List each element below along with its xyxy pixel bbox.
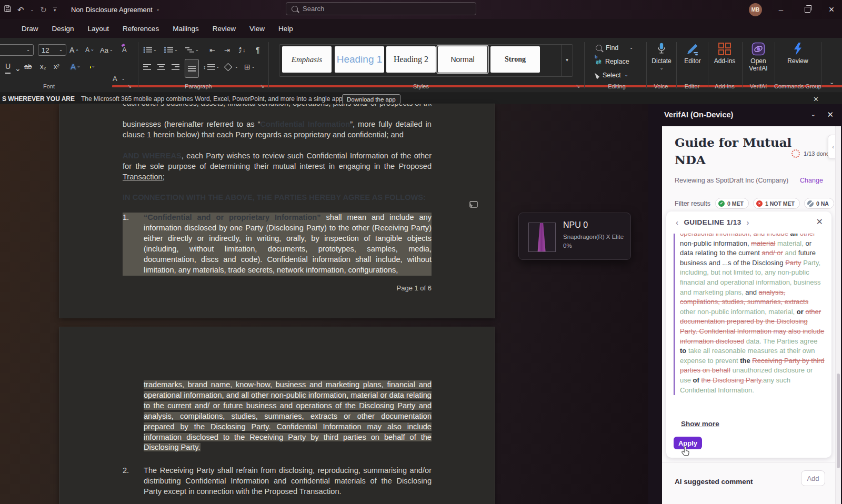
undo-dropdown-icon[interactable]: ⌄	[31, 7, 34, 12]
line-spacing-button[interactable]: ↕⌄	[203, 61, 219, 73]
verifai-group-label: VerifAI	[750, 83, 767, 89]
justify-icon	[188, 66, 196, 72]
font-name-combo[interactable]: ⌄	[0, 44, 34, 56]
minimize-button[interactable]: –	[770, 0, 791, 19]
increase-indent-button[interactable]: ⇥	[224, 44, 230, 56]
shading-button[interactable]: ⌄	[225, 61, 238, 73]
show-more-link[interactable]: Show more	[681, 420, 719, 428]
font-dialog-launcher[interactable]: ↘	[127, 83, 132, 89]
add-comment-button[interactable]: Add	[801, 470, 825, 486]
tab-view[interactable]: View	[244, 22, 270, 35]
style-heading1[interactable]: Heading 1	[335, 46, 384, 73]
shrink-font-button[interactable]: A˅	[85, 44, 94, 56]
open-verifai-button[interactable]: Open VerifAI	[742, 42, 775, 72]
panel-collapse-icon[interactable]: ⌄	[811, 111, 816, 118]
align-center-button[interactable]	[157, 61, 165, 73]
editor-button[interactable]: Editor	[678, 42, 707, 65]
change-case-button[interactable]: Aa⌄	[100, 44, 113, 56]
grow-font-button[interactable]: A˄	[69, 44, 78, 56]
filter-pill-notmet[interactable]: ×1 NOT MET	[753, 198, 800, 209]
dictate-button[interactable]: Dictate ⌄	[646, 42, 677, 70]
verifai-panel: VerifAI (On-Device) ⌄ ✕ Guide for Mutual…	[648, 104, 842, 504]
undo-icon[interactable]: ↶	[17, 6, 24, 14]
underline-dropdown-icon[interactable]: ⌄	[15, 62, 21, 75]
search-input[interactable]: Search	[286, 2, 476, 15]
save-icon[interactable]	[4, 5, 11, 14]
style-normal[interactable]: Normal	[438, 46, 487, 73]
microphone-icon	[656, 42, 667, 56]
close-button[interactable]: ×	[821, 0, 842, 19]
bullet-list-button[interactable]: ⌄	[143, 44, 157, 56]
sort-button[interactable]: AZ↓	[239, 44, 246, 56]
style-heading2[interactable]: Heading 2	[386, 46, 436, 73]
editing-group-label: Editing	[608, 83, 626, 89]
multilevel-list-button[interactable]: ⌄	[185, 44, 199, 56]
align-right-icon	[172, 64, 179, 70]
numbered-list-button[interactable]: ⌄	[164, 44, 178, 56]
tab-review[interactable]: Review	[207, 22, 242, 35]
find-button[interactable]: Find⌄	[596, 42, 633, 54]
justify-button[interactable]	[185, 59, 199, 78]
comment-marker-icon[interactable]	[468, 200, 478, 212]
redo-icon[interactable]: ↻	[40, 6, 47, 14]
subscript-button[interactable]: x₂	[40, 60, 46, 73]
filter-pill-na[interactable]: 0 NA	[804, 198, 834, 209]
panel-scrollbar-thumb[interactable]	[837, 374, 840, 468]
notice-close-icon[interactable]: ✕	[813, 93, 819, 105]
npu-usage-spike	[536, 223, 548, 251]
text-effects-button[interactable]: A⌄	[71, 60, 81, 73]
style-strong[interactable]: Strong	[490, 46, 540, 73]
document-title[interactable]: Non Disclosure Agreement ⌄	[71, 0, 159, 19]
tab-help[interactable]: Help	[273, 22, 299, 35]
show-formatting-button[interactable]: ¶	[256, 44, 260, 56]
lightning-icon	[792, 42, 804, 56]
filter-pill-met[interactable]: ✓0 MET	[715, 198, 749, 209]
superscript-button[interactable]: x²	[54, 60, 59, 73]
styles-more-button[interactable]: ▾	[561, 44, 573, 76]
tab-draw[interactable]: Draw	[16, 22, 44, 35]
change-link[interactable]: Change	[800, 177, 823, 184]
review-command-button[interactable]: Review	[778, 42, 818, 65]
guideline-prev-icon[interactable]: ‹	[676, 218, 678, 227]
notice-message: The Microsoft 365 mobile app combines Wo…	[81, 95, 344, 103]
progress-status: 1/13 done	[791, 149, 829, 158]
document-page-2[interactable]: trademarks, brand name, know-how, busine…	[59, 327, 495, 504]
font-size-combo[interactable]: 12⌄	[38, 44, 66, 56]
style-emphasis[interactable]: Emphasis	[282, 46, 332, 73]
guideline-next-icon[interactable]: ›	[747, 218, 749, 227]
decrease-indent-button[interactable]: ⇤	[209, 44, 215, 56]
panel-scrollbar[interactable]	[835, 126, 841, 504]
paragraph-dialog-launcher[interactable]: ↘	[260, 83, 264, 89]
styles-dialog-launcher[interactable]: ↘	[576, 83, 580, 89]
underline-button[interactable]: U	[5, 60, 11, 74]
ribbon: ⌄ 12⌄ A˄ A˅ Aa⌄ A U ⌄ ab x₂ x² A⌄ ⌄ A⌄ F…	[0, 38, 842, 93]
clause-2-text: The Receiving Party shall refrain from d…	[144, 466, 432, 497]
tab-design[interactable]: Design	[46, 22, 80, 35]
highlight-color-button[interactable]: ⌄	[91, 60, 95, 73]
addins-grid-icon	[718, 42, 731, 56]
tab-references[interactable]: References	[117, 22, 165, 35]
document-page-1[interactable]: each other's business, assets, financial…	[59, 104, 495, 318]
customize-qat-icon[interactable]: ▼	[53, 7, 57, 12]
restore-button[interactable]	[797, 0, 818, 19]
avatar[interactable]: MB	[749, 3, 762, 16]
verifai-panel-title: VerifAI (On-Device)	[664, 110, 733, 119]
download-app-button[interactable]: Download the app	[342, 94, 400, 104]
align-right-button[interactable]	[172, 61, 179, 73]
borders-button[interactable]: ⊞⌄	[244, 61, 255, 73]
document-canvas[interactable]: each other's business, assets, financial…	[0, 104, 648, 504]
tab-layout[interactable]: Layout	[82, 22, 115, 35]
replace-button[interactable]: b⇄Replace	[596, 56, 629, 67]
panel-close-icon[interactable]: ✕	[827, 110, 834, 119]
met-status-icon: ✓	[718, 200, 725, 207]
select-button[interactable]: Select⌄	[596, 69, 628, 81]
paint-bucket-icon	[224, 63, 233, 71]
title-dropdown-icon[interactable]: ⌄	[156, 7, 160, 12]
guideline-close-icon[interactable]: ✕	[816, 217, 823, 227]
strikethrough-button[interactable]: ab	[24, 60, 32, 73]
redline-scroll-area[interactable]: operational information, and include all…	[674, 234, 825, 416]
collapse-ribbon-icon[interactable]: ⌄	[829, 79, 834, 86]
tab-mailings[interactable]: Mailings	[167, 22, 205, 35]
addins-button[interactable]: Add-ins	[709, 42, 740, 65]
align-left-button[interactable]	[143, 61, 151, 73]
